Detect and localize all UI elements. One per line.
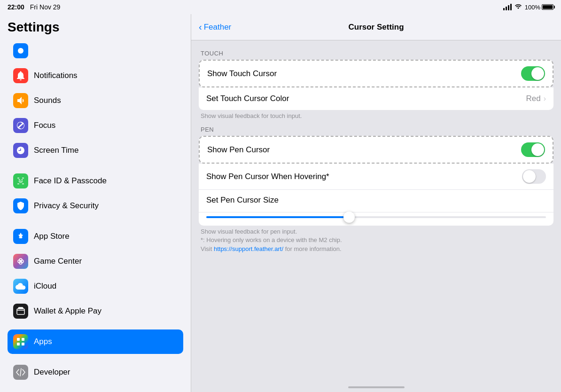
back-label: Feather	[204, 23, 232, 32]
apps-icon	[13, 334, 28, 349]
sounds-icon	[13, 93, 28, 108]
touch-cursor-color-value: Red ›	[526, 94, 546, 103]
battery-indicator: 100%	[525, 4, 553, 11]
touch-cursor-color-group: Set Touch Cursor Color Red ›	[199, 87, 553, 110]
sidebar-item-top[interactable]	[8, 39, 183, 63]
show-pen-cursor-hovering-row[interactable]: Show Pen Cursor When Hovering*	[199, 164, 553, 190]
battery-level: 100%	[525, 4, 540, 11]
icloud-icon	[13, 279, 28, 294]
face-id-label: Face ID & Passcode	[34, 176, 107, 186]
sidebar-item-focus[interactable]: Focus	[8, 113, 183, 138]
support-link[interactable]: https://support.feather.art/	[214, 245, 283, 252]
svg-rect-12	[17, 343, 20, 345]
svg-point-0	[18, 48, 23, 54]
wallet-label: Wallet & Apple Pay	[34, 306, 101, 316]
sidebar-icon-top	[13, 43, 28, 58]
status-time: 22:00	[8, 3, 24, 11]
show-pen-cursor-hovering-label: Show Pen Cursor When Hovering*	[206, 172, 329, 181]
pen-section-label: PEN	[199, 126, 553, 133]
svg-rect-13	[22, 343, 24, 345]
show-pen-cursor-group: Show Pen Cursor	[199, 136, 553, 164]
show-pen-cursor-toggle[interactable]	[521, 142, 545, 157]
slider-fill	[206, 216, 349, 218]
face-id-icon	[13, 173, 28, 188]
developer-label: Developer	[34, 368, 70, 377]
set-touch-cursor-color-label: Set Touch Cursor Color	[206, 94, 289, 103]
sidebar-item-privacy[interactable]: Privacy & Security	[8, 194, 183, 218]
notifications-label: Notifications	[34, 71, 78, 80]
sidebar-header: Settings	[0, 14, 191, 39]
panel-title: Cursor Setting	[348, 23, 404, 32]
slider-track	[206, 216, 546, 218]
status-icons: 100%	[503, 3, 553, 11]
pen-cursor-size-slider-container[interactable]	[199, 212, 553, 226]
svg-rect-4	[22, 184, 24, 185]
apps-label: Apps	[34, 337, 52, 346]
sounds-label: Sounds	[34, 96, 61, 105]
touch-section: TOUCH Show Touch Cursor Set Touch Cursor…	[199, 50, 553, 126]
touch-section-label: TOUCH	[199, 50, 553, 57]
panel-header: ‹ Feather Cursor Setting	[191, 14, 561, 40]
set-pen-cursor-size-row: Set Pen Cursor Size	[199, 190, 553, 212]
signal-bars-icon	[503, 4, 512, 10]
svg-rect-10	[17, 338, 20, 341]
show-pen-cursor-label: Show Pen Cursor	[207, 145, 270, 155]
svg-rect-1	[17, 178, 19, 179]
sidebar-item-developer[interactable]: Developer	[8, 360, 183, 384]
sidebar: Settings Notifications Sound	[0, 14, 191, 392]
sidebar-item-icloud[interactable]: iCloud	[8, 274, 183, 298]
pen-cursor-options-group: Show Pen Cursor When Hovering* Set Pen C…	[199, 164, 553, 226]
sidebar-list: Notifications Sounds Focus	[0, 39, 191, 392]
battery-icon	[542, 4, 553, 10]
app-store-icon	[13, 229, 28, 244]
sidebar-item-notifications[interactable]: Notifications	[8, 63, 183, 88]
show-pen-cursor-hovering-toggle[interactable]	[522, 169, 546, 184]
show-touch-cursor-row[interactable]: Show Touch Cursor	[200, 61, 553, 86]
back-chevron-icon: ‹	[199, 22, 202, 32]
wifi-icon	[514, 3, 522, 11]
back-button[interactable]: ‹ Feather	[199, 22, 231, 32]
show-pen-cursor-row[interactable]: Show Pen Cursor	[200, 137, 553, 163]
screen-time-icon	[13, 143, 28, 158]
touch-cursor-color-text: Red	[526, 94, 540, 103]
slider-thumb[interactable]	[343, 212, 355, 223]
sidebar-item-apps[interactable]: Apps	[8, 329, 183, 354]
wallet-icon	[13, 304, 28, 319]
status-bar: 22:00 Fri Nov 29 100%	[0, 0, 561, 14]
notifications-icon	[13, 68, 28, 83]
svg-rect-11	[22, 338, 24, 341]
focus-icon	[13, 118, 28, 133]
set-touch-cursor-color-row[interactable]: Set Touch Cursor Color Red ›	[199, 87, 553, 110]
home-indicator	[348, 386, 405, 388]
sidebar-title: Settings	[8, 20, 59, 34]
svg-rect-9	[17, 309, 24, 314]
game-center-icon	[13, 254, 28, 269]
screen-time-label: Screen Time	[34, 146, 78, 155]
sidebar-item-wallet[interactable]: Wallet & Apple Pay	[8, 299, 183, 323]
status-date: Fri Nov 29	[30, 3, 61, 11]
pen-hint: Show visual feedback for pen input. *: H…	[199, 226, 553, 259]
svg-rect-2	[22, 178, 24, 179]
game-center-label: Game Center	[34, 257, 82, 266]
app-store-label: App Store	[34, 232, 70, 241]
show-touch-cursor-toggle[interactable]	[521, 66, 545, 81]
sidebar-item-face-id[interactable]: Face ID & Passcode	[8, 169, 183, 193]
icloud-label: iCloud	[34, 282, 56, 291]
chevron-right-icon: ›	[544, 94, 546, 103]
focus-label: Focus	[34, 121, 55, 130]
sidebar-item-game-center[interactable]: Game Center	[8, 249, 183, 274]
show-touch-cursor-label: Show Touch Cursor	[207, 69, 277, 78]
set-pen-cursor-size-label: Set Pen Cursor Size	[206, 196, 279, 205]
show-touch-cursor-group: Show Touch Cursor	[199, 60, 553, 87]
right-panel: ‹ Feather Cursor Setting TOUCH Show Touc…	[191, 14, 561, 392]
panel-content: TOUCH Show Touch Cursor Set Touch Cursor…	[191, 40, 561, 383]
sidebar-item-app-store[interactable]: App Store	[8, 224, 183, 249]
sidebar-item-sounds[interactable]: Sounds	[8, 88, 183, 113]
touch-hint: Show visual feedback for touch input.	[199, 110, 553, 126]
privacy-label: Privacy & Security	[34, 201, 99, 211]
bottom-bar	[191, 383, 561, 392]
developer-icon	[13, 365, 28, 380]
svg-rect-3	[17, 184, 19, 185]
pen-section: PEN Show Pen Cursor Show Pen Cursor When…	[199, 126, 553, 259]
sidebar-item-screen-time[interactable]: Screen Time	[8, 138, 183, 163]
